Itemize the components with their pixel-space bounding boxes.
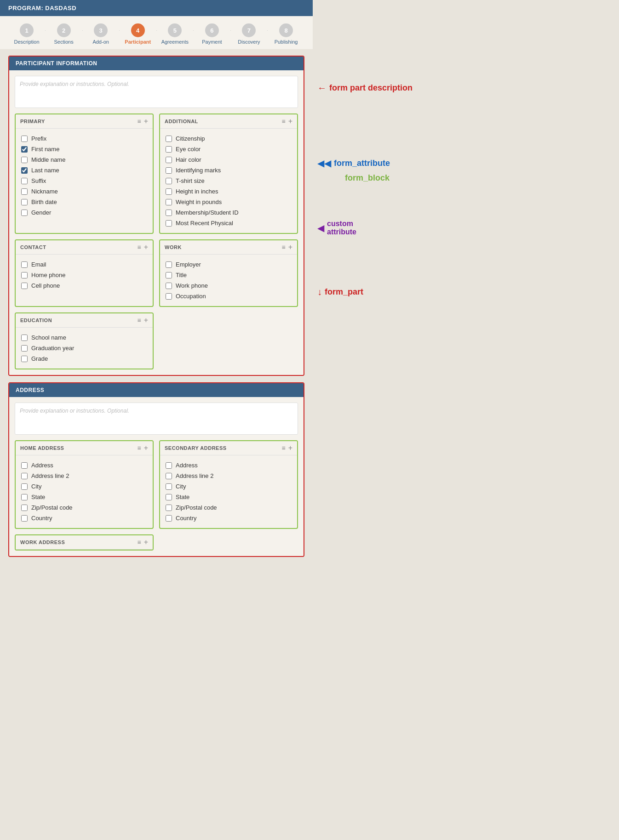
field-lastname[interactable]: Last name [21,165,147,176]
education-menu-icon[interactable]: ≡ [137,317,141,324]
field-home-city-checkbox[interactable] [21,483,28,490]
field-cellphone-checkbox[interactable] [21,283,28,289]
field-occupation-checkbox[interactable] [166,293,172,300]
primary-menu-icon[interactable]: ≡ [137,118,141,125]
additional-menu-icon[interactable]: ≡ [281,118,285,125]
field-home-state[interactable]: State [21,492,147,502]
field-sec-state-checkbox[interactable] [166,494,172,500]
field-lastname-checkbox[interactable] [21,167,28,174]
step-8[interactable]: 8 Publishing [268,23,304,45]
additional-add-icon[interactable]: + [288,117,292,125]
field-gender[interactable]: Gender [21,207,147,218]
address-description-area[interactable]: Provide explanation or instructions. Opt… [15,403,298,435]
field-height-checkbox[interactable] [166,188,172,195]
secondary-address-add-icon[interactable]: + [288,444,292,452]
step-1[interactable]: 1 Description [8,23,45,45]
field-haircolor-checkbox[interactable] [166,157,172,163]
field-eyecolor[interactable]: Eye color [166,144,292,154]
field-home-country-checkbox[interactable] [21,515,28,522]
field-tshirtsize[interactable]: T-shirt size [166,176,292,186]
field-identifyingmarks-checkbox[interactable] [166,167,172,174]
field-homephone-checkbox[interactable] [21,272,28,278]
field-occupation[interactable]: Occupation [166,291,292,301]
field-employer-checkbox[interactable] [166,261,172,268]
contact-menu-icon[interactable]: ≡ [137,244,141,251]
field-home-address[interactable]: Address [21,460,147,471]
field-graduationyear-checkbox[interactable] [21,345,28,352]
field-middlename[interactable]: Middle name [21,154,147,165]
field-studentid[interactable]: Membership/Student ID [166,207,292,218]
field-home-zip[interactable]: Zip/Postal code [21,502,147,513]
work-menu-icon[interactable]: ≡ [281,244,285,251]
education-add-icon[interactable]: + [144,316,148,324]
field-eyecolor-checkbox[interactable] [166,146,172,153]
primary-add-icon[interactable]: + [144,117,148,125]
field-sec-address2[interactable]: Address line 2 [166,471,292,481]
field-home-zip-checkbox[interactable] [21,505,28,511]
field-home-address2-checkbox[interactable] [21,473,28,479]
field-workphone[interactable]: Work phone [166,280,292,291]
field-birthdate[interactable]: Birth date [21,197,147,207]
step-6[interactable]: 6 Payment [194,23,230,45]
field-home-address2[interactable]: Address line 2 [21,471,147,481]
field-home-state-checkbox[interactable] [21,494,28,500]
field-graduationyear[interactable]: Graduation year [21,343,147,353]
field-suffix[interactable]: Suffix [21,176,147,186]
home-address-add-icon[interactable]: + [144,444,148,452]
field-citizenship-checkbox[interactable] [166,136,172,142]
field-jobtitle-checkbox[interactable] [166,272,172,278]
work-address-add-icon[interactable]: + [144,538,148,546]
field-haircolor[interactable]: Hair color [166,154,292,165]
field-weight-checkbox[interactable] [166,199,172,205]
field-cellphone[interactable]: Cell phone [21,280,147,291]
field-prefix[interactable]: Prefix [21,133,147,144]
field-home-city[interactable]: City [21,481,147,492]
field-sec-zip[interactable]: Zip/Postal code [166,502,292,513]
field-home-country[interactable]: Country [21,513,147,523]
step-4[interactable]: 4 Participant [120,23,156,45]
field-firstname-checkbox[interactable] [21,146,28,153]
field-birthdate-checkbox[interactable] [21,199,28,205]
secondary-address-menu-icon[interactable]: ≡ [281,444,285,452]
contact-add-icon[interactable]: + [144,243,148,251]
field-sec-city[interactable]: City [166,481,292,492]
field-email[interactable]: Email [21,259,147,270]
participant-description-area[interactable]: Provide explanation or instructions. Opt… [15,76,298,108]
field-height[interactable]: Height in inches [166,186,292,197]
field-suffix-checkbox[interactable] [21,178,28,184]
step-7[interactable]: 7 Discovery [230,23,267,45]
field-sec-country-checkbox[interactable] [166,515,172,522]
field-citizenship[interactable]: Citizenship [166,133,292,144]
field-prefix-checkbox[interactable] [21,136,28,142]
field-sec-city-checkbox[interactable] [166,483,172,490]
field-studentid-checkbox[interactable] [166,210,172,216]
field-nickname-checkbox[interactable] [21,188,28,195]
work-address-menu-icon[interactable]: ≡ [137,539,141,546]
field-grade-checkbox[interactable] [21,356,28,362]
field-jobtitle[interactable]: Title [166,270,292,280]
home-address-menu-icon[interactable]: ≡ [137,444,141,452]
field-schoolname-checkbox[interactable] [21,335,28,341]
step-2[interactable]: 2 Sections [46,23,82,45]
step-5[interactable]: 5 Agreements [156,23,193,45]
field-firstname[interactable]: First name [21,144,147,154]
field-gender-checkbox[interactable] [21,210,28,216]
field-sec-zip-checkbox[interactable] [166,505,172,511]
field-weight[interactable]: Weight in pounds [166,197,292,207]
field-grade[interactable]: Grade [21,353,147,364]
field-sec-state[interactable]: State [166,492,292,502]
field-nickname[interactable]: Nickname [21,186,147,197]
field-sec-address-checkbox[interactable] [166,462,172,469]
field-recentphysical-checkbox[interactable] [166,220,172,227]
field-middlename-checkbox[interactable] [21,157,28,163]
field-tshirtsize-checkbox[interactable] [166,178,172,184]
field-schoolname[interactable]: School name [21,332,147,343]
field-sec-address2-checkbox[interactable] [166,473,172,479]
work-add-icon[interactable]: + [288,243,292,251]
field-employer[interactable]: Employer [166,259,292,270]
field-recentphysical[interactable]: Most Recent Physical [166,218,292,228]
field-email-checkbox[interactable] [21,261,28,268]
field-workphone-checkbox[interactable] [166,283,172,289]
field-sec-address[interactable]: Address [166,460,292,471]
field-identifyingmarks[interactable]: Identifying marks [166,165,292,176]
